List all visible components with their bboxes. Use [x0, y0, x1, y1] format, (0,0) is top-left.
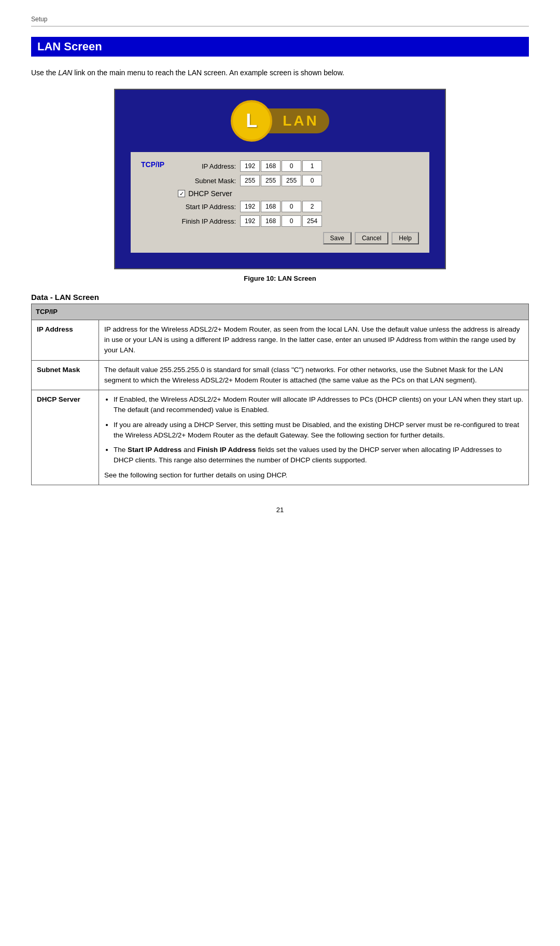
finish-ip-field-1[interactable]: [240, 215, 260, 227]
ip-address-row-label: IP Address: [32, 320, 99, 360]
dhcp-row: ✓ DHCP Server: [178, 189, 419, 198]
table-row-ip: IP Address IP address for the Wireless A…: [32, 320, 529, 360]
section-title: LAN Screen: [31, 37, 529, 57]
dhcp-bullet-list: If Enabled, the Wireless ADSL2/2+ Modem …: [104, 394, 523, 466]
start-ip-label: Start IP Address:: [173, 203, 240, 211]
subnet-mask-field-1[interactable]: [240, 175, 260, 186]
intro-paragraph: Use the LAN link on the main menu to rea…: [31, 67, 529, 78]
lan-screen-mockup: L LAN TCP/IP IP Address:: [114, 89, 446, 269]
dhcp-label: DHCP Server: [188, 189, 232, 198]
finish-ip-fields[interactable]: [240, 215, 322, 227]
breadcrumb-divider: [31, 26, 529, 26]
start-ip-fields[interactable]: [240, 201, 322, 212]
ip-address-field-3[interactable]: [282, 160, 301, 172]
lan-logo-area: L LAN: [131, 100, 429, 142]
subnet-mask-row-desc: The default value 255.255.255.0 is stand…: [99, 360, 529, 390]
lan-circle-logo: L: [231, 100, 272, 142]
figure-caption: Figure 10: LAN Screen: [31, 275, 529, 282]
start-ip-field-3[interactable]: [282, 201, 301, 212]
table-row-subnet: Subnet Mask The default value 255.255.25…: [32, 360, 529, 390]
subnet-mask-field-4[interactable]: [302, 175, 322, 186]
finish-ip-row: Finish IP Address:: [173, 215, 419, 227]
ip-address-field-1[interactable]: [240, 160, 260, 172]
breadcrumb: Setup: [31, 16, 529, 23]
data-table: TCP/IP IP Address IP address for the Wir…: [31, 304, 529, 485]
form-fields: IP Address: Subnet Mask:: [173, 160, 419, 244]
dhcp-server-row-label: DHCP Server: [32, 390, 99, 485]
table-row-dhcp: DHCP Server If Enabled, the Wireless ADS…: [32, 390, 529, 485]
page-number: 21: [31, 506, 529, 514]
subnet-mask-row-label: Subnet Mask: [32, 360, 99, 390]
data-table-title: Data - LAN Screen: [31, 293, 529, 301]
subnet-mask-label: Subnet Mask:: [173, 177, 240, 185]
start-ip-field-4[interactable]: [302, 201, 322, 212]
help-button[interactable]: Help: [391, 232, 419, 244]
tcpip-section: TCP/IP IP Address: Subnet Mask:: [141, 160, 419, 244]
ip-address-row-desc: IP address for the Wireless ADSL2/2+ Mod…: [99, 320, 529, 360]
start-ip-field-1[interactable]: [240, 201, 260, 212]
save-button[interactable]: Save: [323, 232, 352, 244]
ip-address-field-4[interactable]: [302, 160, 322, 172]
subnet-mask-row: Subnet Mask:: [173, 175, 419, 186]
dhcp-checkbox[interactable]: ✓: [178, 190, 185, 197]
dhcp-footer-text: See the following section for further de…: [104, 471, 287, 479]
ip-address-field-2[interactable]: [261, 160, 281, 172]
subnet-mask-field-3[interactable]: [282, 175, 301, 186]
ip-address-label: IP Address:: [173, 162, 240, 170]
ip-address-fields[interactable]: [240, 160, 322, 172]
dhcp-bullet-2: If you are already using a DHCP Server, …: [114, 420, 523, 441]
start-ip-field-2[interactable]: [261, 201, 281, 212]
button-row: Save Cancel Help: [173, 232, 419, 244]
subnet-mask-field-2[interactable]: [261, 175, 281, 186]
dhcp-bullet-3: The Start IP Address and Finish IP Addre…: [114, 445, 523, 466]
finish-ip-label: Finish IP Address:: [173, 217, 240, 225]
start-ip-row: Start IP Address:: [173, 201, 419, 212]
dhcp-bullet-1: If Enabled, the Wireless ADSL2/2+ Modem …: [114, 394, 523, 416]
subnet-mask-fields[interactable]: [240, 175, 322, 186]
finish-ip-field-2[interactable]: [261, 215, 281, 227]
tcp-header-cell: TCP/IP: [32, 304, 529, 320]
ip-address-row: IP Address:: [173, 160, 419, 172]
finish-ip-field-3[interactable]: [282, 215, 301, 227]
dhcp-server-row-desc: If Enabled, the Wireless ADSL2/2+ Modem …: [99, 390, 529, 485]
tcpip-label: TCP/IP: [141, 160, 164, 240]
cancel-button[interactable]: Cancel: [355, 232, 388, 244]
finish-ip-field-4[interactable]: [302, 215, 322, 227]
lan-form-area: TCP/IP IP Address: Subnet Mask:: [131, 152, 429, 253]
